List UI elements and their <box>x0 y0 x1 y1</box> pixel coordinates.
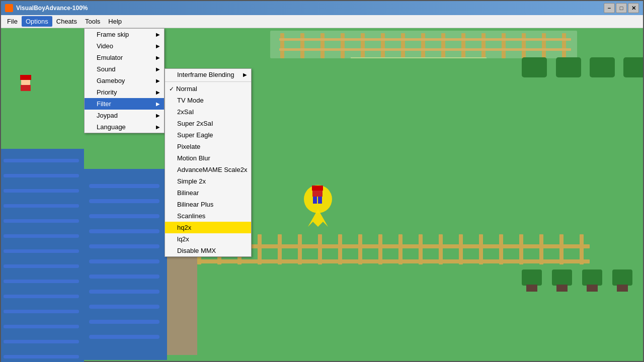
svg-rect-53 <box>479 234 483 264</box>
maximize-button[interactable]: □ <box>616 3 627 13</box>
svg-rect-12 <box>481 33 486 58</box>
svg-rect-55 <box>519 234 523 264</box>
arrow-icon: ▶ <box>156 55 160 60</box>
menu-item-priority[interactable]: Priority ▶ <box>85 86 164 98</box>
menu-help[interactable]: Help <box>104 16 126 27</box>
filter-item-super-eagle[interactable]: Super Eagle <box>165 129 251 141</box>
svg-rect-65 <box>612 269 632 286</box>
svg-rect-31 <box>89 275 159 279</box>
menu-separator <box>165 81 251 82</box>
arrow-icon: ▶ <box>156 89 160 95</box>
menu-item-frame-skip[interactable]: Frame skip ▶ <box>85 29 164 40</box>
svg-rect-60 <box>526 285 537 292</box>
svg-rect-7 <box>381 33 385 58</box>
svg-rect-2 <box>280 33 284 58</box>
svg-rect-52 <box>459 234 463 264</box>
filter-item-interframe-blending[interactable]: Interframe Blending ▶ <box>165 69 251 80</box>
svg-rect-48 <box>378 234 382 264</box>
menu-item-gameboy[interactable]: Gameboy ▶ <box>85 75 164 86</box>
svg-rect-74 <box>312 191 323 197</box>
svg-rect-56 <box>539 234 543 264</box>
menu-item-emulator[interactable]: Emulator ▶ <box>85 52 164 63</box>
arrow-icon: ▶ <box>156 32 160 37</box>
svg-rect-54 <box>499 234 503 264</box>
filter-item-hq2x[interactable]: hq2x <box>165 222 251 233</box>
menu-cheats[interactable]: Cheats <box>52 16 81 27</box>
menu-item-language[interactable]: Language ▶ <box>85 121 164 133</box>
svg-rect-82 <box>1 149 84 362</box>
svg-rect-96 <box>4 355 79 358</box>
close-button[interactable]: ✕ <box>628 3 639 13</box>
menu-file[interactable]: File <box>3 16 22 27</box>
svg-rect-64 <box>587 285 598 292</box>
svg-rect-49 <box>398 234 403 264</box>
filter-item-bilinear[interactable]: Bilinear <box>165 187 251 199</box>
svg-rect-88 <box>4 234 79 238</box>
svg-rect-87 <box>4 219 79 223</box>
filter-item-pixelate[interactable]: Pixelate <box>165 141 251 152</box>
title-bar-controls: − □ ✕ <box>604 3 639 13</box>
svg-rect-30 <box>89 259 159 263</box>
menu-item-filter[interactable]: Filter ▶ <box>85 98 164 110</box>
svg-rect-29 <box>89 244 159 248</box>
arrow-icon: ▶ <box>156 66 160 72</box>
title-bar: VisualBoyAdvance-100% − □ ✕ <box>1 1 643 15</box>
svg-rect-26 <box>89 199 159 203</box>
filter-item-bilinear-plus[interactable]: Bilinear Plus <box>165 199 251 210</box>
svg-rect-76 <box>318 197 322 204</box>
menu-bar: File Options Cheats Tools Help <box>1 15 643 28</box>
svg-rect-58 <box>580 234 584 264</box>
svg-rect-25 <box>89 184 159 188</box>
filter-item-scanlines[interactable]: Scanlines <box>165 210 251 222</box>
filter-item-2xsal[interactable]: 2xSaI <box>165 106 251 118</box>
filter-item-tv-mode[interactable]: TV Mode <box>165 95 251 106</box>
filter-item-advancemame[interactable]: AdvanceMAME Scale2x <box>165 164 251 175</box>
svg-rect-6 <box>361 33 365 58</box>
svg-rect-67 <box>522 57 547 77</box>
menu-tools[interactable]: Tools <box>81 16 104 27</box>
menu-item-joypad[interactable]: Joypad ▶ <box>85 110 164 121</box>
svg-rect-46 <box>338 234 342 264</box>
minimize-button[interactable]: − <box>604 3 615 13</box>
filter-item-normal[interactable]: ✓ Normal <box>165 83 251 95</box>
window-title: VisualBoyAdvance-100% <box>16 5 88 12</box>
filter-item-lq2x[interactable]: lq2x <box>165 233 251 245</box>
svg-rect-84 <box>4 174 79 177</box>
menu-item-video[interactable]: Video ▶ <box>85 40 164 52</box>
svg-rect-51 <box>439 234 443 264</box>
svg-rect-66 <box>617 285 628 292</box>
svg-rect-50 <box>419 234 423 264</box>
arrow-icon: ▶ <box>156 124 160 130</box>
svg-rect-4 <box>320 33 325 58</box>
svg-rect-11 <box>461 33 465 58</box>
main-window: VisualBoyAdvance-100% − □ ✕ File Options… <box>0 0 644 362</box>
svg-rect-61 <box>552 269 572 286</box>
svg-rect-3 <box>300 33 304 58</box>
svg-rect-70 <box>623 57 643 77</box>
svg-rect-8 <box>401 33 405 58</box>
menu-options[interactable]: Options <box>22 16 52 27</box>
svg-rect-5 <box>341 33 345 58</box>
filter-item-simple-2x[interactable]: Simple 2x <box>165 175 251 187</box>
filter-item-motion-blur[interactable]: Motion Blur <box>165 152 251 164</box>
svg-rect-95 <box>4 340 79 343</box>
arrow-icon: ▶ <box>156 78 160 83</box>
arrow-icon: ▶ <box>156 43 160 49</box>
left-panel-graphics <box>1 28 84 362</box>
svg-rect-68 <box>556 57 581 77</box>
filter-item-disable-mmx[interactable]: Disable MMX <box>165 245 251 256</box>
filter-submenu: Interframe Blending ▶ ✓ Normal TV Mode 2… <box>165 68 252 257</box>
svg-rect-16 <box>562 33 566 58</box>
svg-rect-73 <box>312 186 323 191</box>
svg-rect-81 <box>21 85 31 91</box>
svg-rect-33 <box>89 305 159 309</box>
svg-rect-42 <box>258 234 262 264</box>
menu-item-sound[interactable]: Sound ▶ <box>85 63 164 75</box>
filter-item-super-2xsal[interactable]: Super 2xSaI <box>165 118 251 129</box>
svg-rect-27 <box>89 214 159 218</box>
svg-rect-18 <box>279 48 571 51</box>
options-dropdown-menu: Frame skip ▶ Video ▶ Emulator ▶ Sound ▶ … <box>84 28 165 133</box>
svg-rect-37 <box>197 244 590 248</box>
app-icon <box>5 4 13 12</box>
svg-rect-69 <box>590 57 615 77</box>
